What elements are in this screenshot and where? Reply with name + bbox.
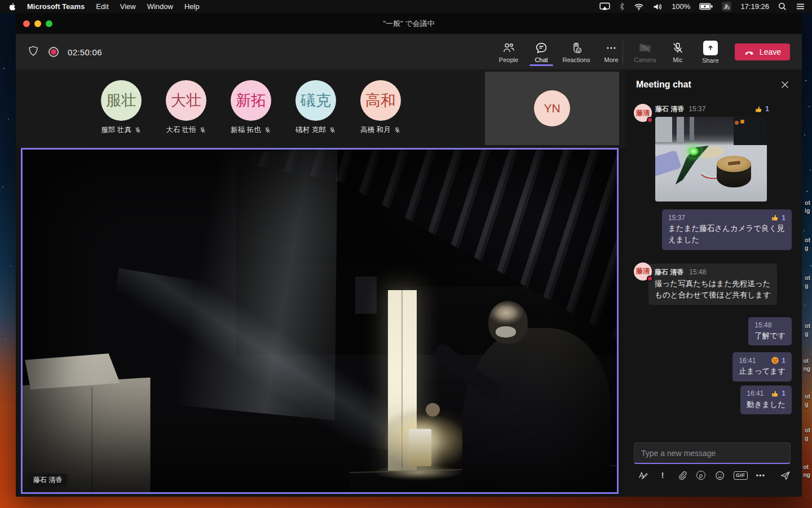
attach-icon[interactable] <box>677 470 688 481</box>
muted-mic-icon <box>134 126 142 134</box>
muted-mic-icon <box>264 126 271 134</box>
thumbs-up-reaction[interactable]: 1 <box>771 213 785 222</box>
camera-button[interactable]: Camera <box>629 34 661 70</box>
avatar: 高和 <box>360 80 401 121</box>
emoji-icon[interactable] <box>714 470 725 481</box>
airplay-display-icon[interactable] <box>599 2 610 11</box>
message-timestamp: 15:48 <box>689 268 706 276</box>
bluetooth-icon[interactable] <box>619 2 625 11</box>
main-speaker-video[interactable]: 藤石 清香 <box>21 148 619 494</box>
teams-window: "一般" で会議中 02:50:06 People Chat <box>16 13 802 497</box>
chat-message-list: 藤清 藤石 清香 15:37 1 <box>626 96 802 440</box>
thumbs-up-icon <box>754 105 763 113</box>
chat-message-own: 15:37 1 またまた藤石さんカメラで良く見えました <box>662 209 792 250</box>
share-button[interactable]: Share <box>694 34 727 70</box>
menubar-clock[interactable]: 17:19:26 <box>740 2 769 11</box>
shield-icon <box>27 45 39 59</box>
loop-component-icon[interactable]: ρ <box>696 471 705 480</box>
share-screen-icon <box>703 41 718 55</box>
spotlight-search-icon[interactable] <box>778 2 787 11</box>
participant-tile[interactable]: 新拓 新福 拓也 <box>225 80 277 135</box>
reaction-count: 1 <box>782 389 785 397</box>
menubar-app-name[interactable]: Microsoft Teams <box>27 2 85 11</box>
close-icon <box>780 80 789 89</box>
more-icon <box>604 41 618 55</box>
mic-muted-icon <box>671 41 685 55</box>
avatar: 大壮 <box>166 80 206 121</box>
message-author: 藤石 清香 <box>655 268 683 277</box>
format-icon[interactable] <box>637 470 648 481</box>
chat-message-incoming: 藤石 清香 15:48 撮った写真たちはまた先程送ったものと合わせて後ほど共有し… <box>648 264 777 305</box>
desktop-icon-label: otng <box>803 463 810 479</box>
toolbar-divider <box>623 40 623 64</box>
message-text: 止まってます <box>739 366 785 377</box>
mic-button[interactable]: Mic <box>661 34 694 70</box>
apple-logo-icon[interactable] <box>8 2 16 11</box>
active-tab-underline <box>529 64 553 66</box>
composer-more-icon[interactable]: ••• <box>756 470 766 481</box>
participant-name: 新福 拓也 <box>231 125 261 135</box>
chat-composer: ! ρ GIF ••• <box>626 440 802 497</box>
chat-icon <box>535 41 548 55</box>
reactions-button[interactable]: Reactions <box>558 34 595 70</box>
participant-name: 礒村 克郎 <box>295 125 325 135</box>
participant-tile[interactable]: 高和 高橋 和月 <box>355 80 407 135</box>
reaction-count: 1 <box>782 357 785 365</box>
reactions-icon <box>570 41 583 55</box>
desktop-icon-label: otg <box>805 236 810 252</box>
self-video-tile[interactable]: YN <box>485 72 619 145</box>
menu-help[interactable]: Help <box>184 2 200 11</box>
avatar[interactable]: 藤清 <box>634 104 652 122</box>
angry-reaction[interactable]: 1 <box>771 356 785 365</box>
menu-edit[interactable]: Edit <box>96 2 108 11</box>
leave-button[interactable]: Leave <box>735 43 790 60</box>
notification-center-icon[interactable] <box>796 3 805 10</box>
window-titlebar: "一般" で会議中 <box>16 13 802 34</box>
input-method-badge[interactable]: あ <box>722 2 731 11</box>
presence-busy-dot <box>647 117 653 123</box>
battery-charging-icon[interactable] <box>699 3 713 10</box>
send-message-icon[interactable] <box>779 470 791 481</box>
chat-image-attachment[interactable] <box>655 117 767 202</box>
close-chat-button[interactable] <box>778 78 792 91</box>
muted-mic-icon <box>199 126 206 134</box>
video-scene: 藤石 清香 <box>23 150 617 492</box>
wifi-icon[interactable] <box>634 3 644 11</box>
volume-icon[interactable] <box>653 3 663 11</box>
meeting-toolbar: 02:50:06 People Chat Reactions <box>16 34 802 70</box>
message-timestamp: 16:41 <box>747 389 764 397</box>
avatar[interactable]: 藤清 <box>634 262 652 281</box>
window-title: "一般" で会議中 <box>16 19 802 29</box>
chat-message-own: 16:41 1 止まってます <box>732 352 792 381</box>
message-timestamp: 16:41 <box>739 357 756 365</box>
people-button[interactable]: People <box>492 34 525 70</box>
message-text: 撮った写真たちはまた先程送ったものと合わせて後ほど共有します <box>655 278 771 301</box>
desktop-icon-label: otg <box>805 274 810 290</box>
reaction-count: 1 <box>782 214 785 222</box>
message-text: 動きました <box>747 399 785 410</box>
message-input[interactable] <box>634 443 790 463</box>
chat-panel-title: Meeting chat <box>636 80 691 90</box>
muted-mic-icon <box>329 126 336 134</box>
message-timestamp: 15:37 <box>668 214 685 222</box>
chat-message-own: 15:48 了解です <box>748 317 792 345</box>
participant-tile[interactable]: 服壮 服部 壮真 <box>95 80 147 135</box>
thumbs-up-reaction[interactable]: 1 <box>771 389 785 398</box>
participant-name: 大石 壮悟 <box>166 125 196 135</box>
gif-icon[interactable]: GIF <box>734 471 748 480</box>
avatar: 新拓 <box>231 80 271 121</box>
participant-tile[interactable]: 大壮 大石 壮悟 <box>160 80 212 135</box>
menu-window[interactable]: Window <box>147 2 173 11</box>
participant-tile[interactable]: 礒克 礒村 克郎 <box>290 80 342 135</box>
menu-view[interactable]: View <box>120 2 136 11</box>
meeting-stage: 服壮 服部 壮真 大壮 大石 壮悟 新拓 新福 拓也 <box>16 70 626 497</box>
thumbs-up-reaction[interactable]: 1 <box>754 105 769 113</box>
angry-face-icon <box>771 356 779 365</box>
chat-button[interactable]: Chat <box>525 34 558 70</box>
presence-busy-dot <box>647 275 653 282</box>
avatar: 服壮 <box>101 80 142 121</box>
desktop-icon-label: otig <box>805 199 810 214</box>
priority-icon[interactable]: ! <box>657 470 668 481</box>
desktop-icon-label: otg <box>805 322 810 338</box>
message-timestamp: 15:37 <box>689 105 705 113</box>
